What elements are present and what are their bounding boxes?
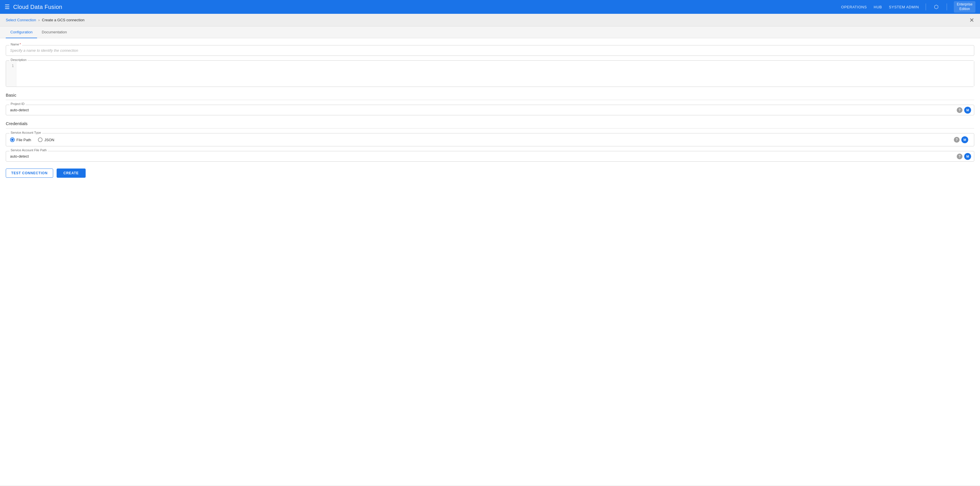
service-account-file-path-icons: ? M [957, 153, 974, 160]
breadcrumb-current: Create a GCS connection [42, 18, 84, 22]
tab-documentation[interactable]: Documentation [37, 27, 71, 38]
service-account-type-macro-icon[interactable]: M [961, 136, 968, 143]
breadcrumb-link[interactable]: Select Connection [6, 18, 36, 22]
radio-json-circle [38, 137, 43, 142]
radio-file-path[interactable]: File Path [10, 137, 31, 142]
header-divider-2 [947, 3, 947, 10]
service-account-file-path-label: Service Account File Path [10, 149, 48, 152]
create-button[interactable]: CREATE [57, 169, 86, 178]
name-input[interactable] [6, 45, 974, 56]
service-account-file-path-input[interactable] [6, 151, 957, 161]
credentials-section-heading: Credentials [6, 121, 974, 129]
service-account-file-path-help-icon[interactable]: ? [957, 154, 963, 159]
project-id-help-icon[interactable]: ? [957, 107, 963, 113]
close-button[interactable]: ✕ [968, 16, 975, 24]
header-divider [926, 3, 926, 10]
service-account-file-path-macro-icon[interactable]: M [964, 153, 971, 160]
radio-file-path-circle [10, 137, 15, 142]
nav-system-admin[interactable]: SYSTEM ADMIN [889, 5, 919, 9]
breadcrumb-separator: › [38, 18, 40, 22]
project-id-field-group: Project ID ? M [6, 105, 974, 115]
service-account-type-label: Service Account Type [10, 131, 42, 134]
project-id-icons: ? M [957, 107, 974, 113]
service-account-type-group: Service Account Type File Path JSON ? M [6, 133, 974, 147]
header-nav: OPERATIONS HUB SYSTEM ADMIN ⬡ Enterprise… [841, 1, 975, 12]
enterprise-badge: Enterprise Edition [954, 1, 975, 12]
service-account-type-help-icon[interactable]: ? [954, 137, 959, 143]
form-content: Name* Description 1 Basic Project ID ? M… [0, 38, 980, 485]
tab-configuration[interactable]: Configuration [6, 27, 37, 38]
breadcrumb: Select Connection › Create a GCS connect… [0, 14, 980, 27]
name-field-group: Name* [6, 45, 974, 56]
buttons-row: TEST CONNECTION CREATE [6, 169, 974, 178]
header: ☰ Cloud Data Fusion OPERATIONS HUB SYSTE… [0, 0, 980, 14]
share-icon[interactable]: ⬡ [933, 3, 940, 10]
app-logo: Cloud Data Fusion [13, 4, 62, 10]
nav-operations[interactable]: OPERATIONS [841, 5, 867, 9]
project-id-label: Project ID [10, 102, 25, 105]
description-label: Description [10, 58, 28, 62]
nav-hub[interactable]: HUB [873, 5, 882, 9]
test-connection-button[interactable]: TEST CONNECTION [6, 169, 53, 178]
name-label: Name* [10, 43, 22, 46]
radio-json[interactable]: JSON [38, 137, 54, 142]
service-account-type-icons: ? M [954, 136, 970, 143]
line-numbers: 1 [6, 61, 16, 86]
service-account-file-path-group: Service Account File Path ? M [6, 151, 974, 162]
tabs-bar: Configuration Documentation [0, 27, 980, 38]
menu-icon[interactable]: ☰ [5, 3, 10, 10]
basic-section-heading: Basic [6, 92, 974, 100]
radio-json-label: JSON [44, 138, 54, 142]
line-number-1: 1 [6, 63, 16, 69]
project-id-macro-icon[interactable]: M [964, 107, 971, 113]
description-textarea[interactable] [16, 61, 974, 86]
radio-file-path-label: File Path [16, 138, 31, 142]
project-id-input[interactable] [6, 105, 957, 115]
description-field-group: Description 1 [6, 61, 974, 87]
